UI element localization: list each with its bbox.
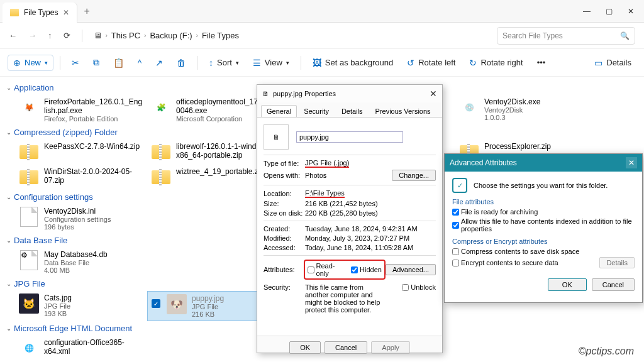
adv-titlebar[interactable]: Advanced Attributes ✕ [445, 154, 642, 172]
dialog-titlebar[interactable]: 🗎 puppy.jpg Properties ✕ [257, 85, 442, 102]
rename-icon: ᴬ [138, 58, 142, 68]
location-value: F:\File Types [305, 189, 345, 198]
watermark: ©pctips.com [579, 346, 634, 357]
file-item[interactable]: KeePassXC-2.7.8-Win64.zip [15, 140, 147, 165]
zip-folder-icon [152, 170, 170, 184]
window-tab[interactable]: File Types ✕ [3, 3, 77, 23]
edge-icon: 🌐 [19, 338, 39, 358]
close-dialog-button[interactable]: ✕ [430, 89, 437, 99]
tab-details[interactable]: Details [336, 105, 369, 117]
filename-input[interactable] [296, 131, 403, 143]
file-type-icon: 🗎 [264, 124, 289, 150]
close-adv-button[interactable]: ✕ [626, 157, 637, 168]
ok-button[interactable]: OK [289, 341, 321, 354]
file-item[interactable]: Ventoy2Disk.iniConfiguration settings196… [15, 204, 147, 233]
maximize-button[interactable]: ▢ [606, 7, 613, 16]
properties-dialog: 🗎 puppy.jpg Properties ✕ General Securit… [257, 84, 443, 353]
up-button[interactable]: ↑ [48, 31, 52, 40]
file-icon: 🗎 [262, 90, 269, 97]
breadcrumb-filetypes[interactable]: File Types [202, 31, 239, 40]
trash-icon: 🗑 [177, 58, 186, 68]
encrypt-details-button[interactable]: Details [599, 257, 635, 268]
breadcrumb[interactable]: 🖥 › This PC › Backup (F:) › File Types [94, 31, 486, 40]
close-tab-icon[interactable]: ✕ [63, 8, 69, 17]
sort-button[interactable]: ↕Sort▾ [204, 55, 244, 70]
archive-checkbox[interactable]: File is ready for archiving [452, 208, 635, 216]
breadcrumb-backup[interactable]: Backup (F:) [150, 31, 192, 40]
file-item[interactable]: WinDirStat-2.0.0-2024-05-07.zip [15, 165, 147, 190]
rotate-left-icon: ↺ [407, 58, 414, 68]
adv-title-text: Advanced Attributes [450, 158, 517, 167]
view-button[interactable]: ☰View▾ [248, 55, 294, 70]
adv-description: Choose the settings you want for this fo… [474, 182, 608, 189]
rename-button[interactable]: ᴬ [133, 55, 147, 70]
tab-security[interactable]: Security [298, 105, 335, 117]
cut-icon: ✂ [72, 58, 79, 68]
change-button[interactable]: Change... [392, 170, 436, 181]
compress-checkbox[interactable]: Compress contents to save disk space [452, 248, 635, 255]
share-button[interactable]: ↗ [150, 55, 168, 70]
checkbox-icon[interactable]: ✓ [152, 299, 160, 308]
plus-icon: ⊕ [13, 58, 21, 68]
copy-button[interactable]: ⧉ [88, 55, 104, 70]
breadcrumb-thispc[interactable]: This PC [111, 31, 140, 40]
file-item[interactable]: 💿 Ventoy2Disk.exeVentoy2Disk1.0.0.3 [455, 95, 587, 125]
back-button[interactable]: ← [9, 31, 17, 40]
zip-folder-icon [152, 145, 170, 159]
zip-folder-icon [19, 145, 38, 159]
close-window-button[interactable]: ✕ [628, 7, 634, 16]
unblock-checkbox[interactable]: Unblock [402, 283, 436, 291]
refresh-button[interactable]: ⟳ [64, 31, 70, 40]
index-checkbox[interactable]: Allow this file to have contents indexed… [452, 217, 635, 233]
share-icon: ↗ [155, 58, 163, 68]
cancel-button[interactable]: Cancel [325, 341, 367, 354]
panel-icon: ▭ [594, 58, 602, 68]
delete-button[interactable]: 🗑 [172, 55, 191, 70]
file-item[interactable]: 🦊 FirefoxPortable_126.0.1_English.paf.ex… [15, 95, 147, 125]
set-background-button[interactable]: 🖼Set as background [308, 55, 398, 70]
forward-button[interactable]: → [28, 31, 36, 40]
exe-icon: 🦊 [19, 97, 39, 118]
checkmark-icon: ✓ [452, 178, 467, 193]
navbar: ← → ↑ ⟳ 🖥 › This PC › Backup (F:) › File… [0, 23, 644, 49]
details-pane-button[interactable]: ▭Details [589, 55, 636, 70]
image-icon: 🖼 [313, 58, 321, 68]
rotate-right-icon: ↻ [469, 58, 477, 68]
db-icon: ⚙ [20, 250, 38, 270]
new-tab-button[interactable]: + [77, 6, 96, 17]
hidden-checkbox[interactable]: Hidden [351, 266, 382, 273]
copy-icon: ⧉ [93, 57, 99, 68]
cut-button[interactable]: ✂ [67, 55, 84, 70]
file-item[interactable]: 🌐configuration-Office365-x64.xml [15, 336, 147, 361]
compress-encrypt-label: Compress or Encrypt attributes [452, 238, 635, 245]
toolbar: ⊕New▾ ✂ ⧉ 📋 ᴬ ↗ 🗑 ↕Sort▾ ☰View▾ 🖼Set as … [0, 49, 644, 77]
advanced-button[interactable]: Advanced... [386, 264, 436, 275]
adv-ok-button[interactable]: OK [548, 278, 587, 291]
file-item[interactable]: ⚙May Database4.dbData Base File4.00 MB [15, 248, 147, 277]
readonly-checkbox[interactable]: Read-only [308, 262, 345, 277]
titlebar: File Types ✕ + — ▢ ✕ [0, 0, 644, 23]
new-button[interactable]: ⊕New▾ [8, 55, 53, 71]
sort-icon: ↕ [209, 58, 213, 68]
paste-icon: 📋 [113, 58, 124, 68]
jpg-thumb-icon: 🐱 [19, 293, 39, 314]
file-item[interactable]: 🐱Cats.jpgJPG File193 KB [15, 291, 147, 321]
tab-previous-versions[interactable]: Previous Versions [370, 105, 436, 117]
search-icon: 🔍 [620, 31, 630, 40]
encrypt-checkbox[interactable]: Encrypt contents to secure data [452, 259, 558, 266]
ini-icon [20, 207, 38, 227]
more-button[interactable]: ••• [532, 55, 551, 70]
jpg-thumb-icon: 🐶 [167, 294, 187, 314]
exe-icon: 💿 [459, 97, 479, 118]
paste-button[interactable]: 📋 [108, 55, 129, 70]
minimize-button[interactable]: — [583, 7, 591, 16]
folder-icon [10, 9, 19, 16]
rotate-left-button[interactable]: ↺Rotate left [402, 55, 460, 70]
exe-icon: 🧩 [151, 97, 171, 118]
tab-general[interactable]: General [261, 105, 297, 117]
apply-button[interactable]: Apply [371, 341, 410, 354]
search-input[interactable]: Search File Types 🔍 [497, 27, 635, 45]
adv-cancel-button[interactable]: Cancel [592, 278, 635, 291]
rotate-right-button[interactable]: ↻Rotate right [464, 55, 528, 70]
monitor-icon: 🖥 [94, 31, 102, 40]
